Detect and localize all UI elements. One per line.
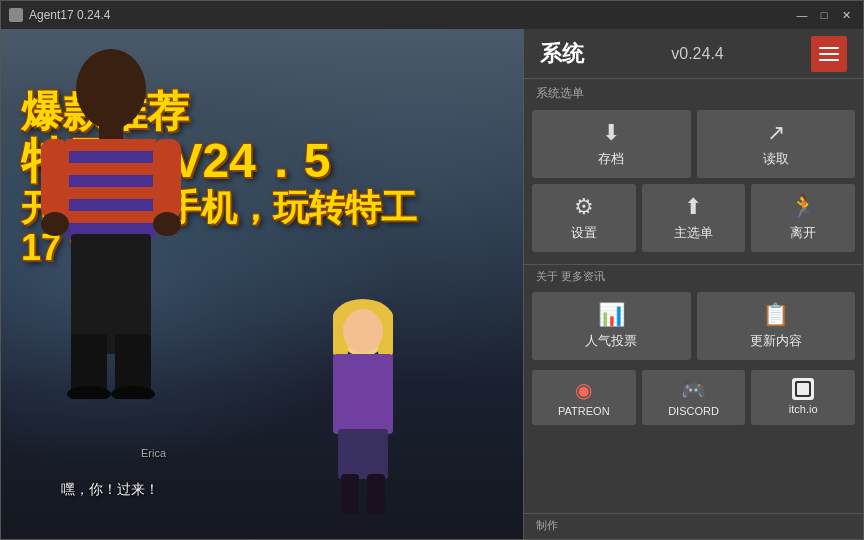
settings-icon: ⚙	[574, 194, 594, 220]
window-title: Agent17 0.24.4	[29, 8, 110, 22]
discord-button[interactable]: 🎮 DISCORD	[642, 370, 746, 425]
social-row: ◉ PATREON 🎮 DISCORD itch.io	[524, 370, 863, 431]
svg-rect-12	[71, 334, 107, 394]
character-main-svg	[21, 39, 201, 399]
content-area: 爆款推荐 特工17V24．5 开局一个手机，玩转特工17？ Erica 嘿，你！…	[1, 29, 863, 539]
settings-label: 设置	[571, 224, 597, 242]
load-icon: ↗	[767, 120, 785, 146]
right-panel: 系统 v0.24.4 系统选单 ⬇ 存档	[523, 29, 863, 539]
svg-rect-22	[338, 429, 388, 479]
exit-label: 离开	[790, 224, 816, 242]
close-button[interactable]: ✕	[837, 6, 855, 24]
titlebar: Agent17 0.24.4 — □ ✕	[1, 1, 863, 29]
hamburger-icon	[819, 47, 839, 61]
game-screenshot: 爆款推荐 特工17V24．5 开局一个手机，玩转特工17？ Erica 嘿，你！…	[1, 29, 523, 539]
character-name-label: Erica	[141, 447, 166, 459]
itch-label: itch.io	[789, 403, 818, 415]
itch-button[interactable]: itch.io	[751, 370, 855, 425]
titlebar-left: Agent17 0.24.4	[9, 8, 110, 22]
patreon-button[interactable]: ◉ PATREON	[532, 370, 636, 425]
exit-button[interactable]: 🏃 离开	[751, 184, 855, 252]
about-grid: 📊 人气投票 📋 更新内容	[524, 288, 863, 370]
update-button[interactable]: 📋 更新内容	[697, 292, 856, 360]
svg-point-10	[153, 212, 181, 236]
panel-version: v0.24.4	[671, 45, 723, 63]
load-label: 读取	[763, 150, 789, 168]
main-menu-button[interactable]: ⬆ 主选单	[642, 184, 746, 252]
svg-point-0	[76, 49, 146, 129]
settings-button[interactable]: ⚙ 设置	[532, 184, 636, 252]
app-icon	[9, 8, 23, 22]
discord-icon: 🎮	[681, 378, 706, 402]
subtitle-text: 嘿，你！过来！	[61, 481, 159, 499]
svg-rect-5	[66, 187, 156, 199]
svg-rect-23	[341, 474, 359, 514]
menu-button[interactable]	[811, 36, 847, 72]
svg-rect-24	[367, 474, 385, 514]
minimize-button[interactable]: —	[793, 6, 811, 24]
update-icon: 📋	[762, 302, 789, 328]
svg-rect-3	[66, 139, 156, 151]
main-menu-label: 主选单	[674, 224, 713, 242]
save-icon: ⬇	[602, 120, 620, 146]
itch-icon	[792, 378, 814, 400]
character-secondary-svg	[303, 299, 423, 519]
load-button[interactable]: ↗ 读取	[697, 110, 856, 178]
panel-title: 系统	[540, 39, 584, 69]
svg-rect-4	[66, 163, 156, 175]
save-button[interactable]: ⬇ 存档	[532, 110, 691, 178]
panel-header: 系统 v0.24.4	[524, 29, 863, 79]
svg-rect-1	[99, 121, 123, 141]
svg-rect-7	[41, 139, 69, 219]
patreon-icon: ◉	[575, 378, 592, 402]
window-controls: — □ ✕	[793, 6, 855, 24]
system-grid: ⬇ 存档 ↗ 读取 ⚙ 设置 ⬆ 主选单	[524, 106, 863, 262]
vote-icon: 📊	[598, 302, 625, 328]
svg-point-9	[41, 212, 69, 236]
maximize-button[interactable]: □	[815, 6, 833, 24]
svg-rect-6	[66, 211, 156, 223]
svg-rect-13	[115, 334, 151, 394]
save-label: 存档	[598, 150, 624, 168]
section-label-about: 关于 更多资讯	[524, 264, 863, 288]
vote-label: 人气投票	[585, 332, 637, 350]
section-label-credits: 制作	[524, 513, 863, 539]
vote-button[interactable]: 📊 人气投票	[532, 292, 691, 360]
section-label-system: 系统选单	[524, 79, 863, 106]
vote-update-row: 📊 人气投票 📋 更新内容	[532, 292, 855, 360]
svg-rect-8	[153, 139, 181, 219]
app-window: Agent17 0.24.4 — □ ✕	[0, 0, 864, 540]
svg-point-20	[343, 309, 383, 353]
patreon-label: PATREON	[558, 405, 610, 417]
main-menu-icon: ⬆	[684, 194, 702, 220]
save-load-row: ⬇ 存档 ↗ 读取	[532, 110, 855, 178]
settings-row: ⚙ 设置 ⬆ 主选单 🏃 离开	[532, 184, 855, 252]
discord-label: DISCORD	[668, 405, 719, 417]
svg-rect-21	[333, 354, 393, 434]
update-label: 更新内容	[750, 332, 802, 350]
exit-icon: 🏃	[790, 194, 817, 220]
